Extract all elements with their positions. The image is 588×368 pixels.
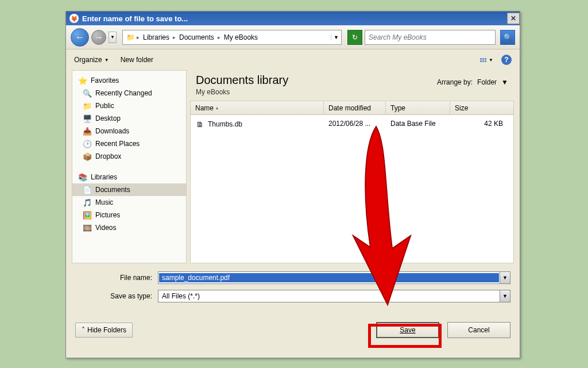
sidebar-item-pictures[interactable]: 🖼️Pictures (72, 209, 186, 221)
column-type[interactable]: Type (386, 101, 450, 114)
help-button[interactable]: ? (501, 55, 512, 65)
breadcrumb-documents[interactable]: Documents (177, 33, 216, 41)
sidebar-favorites-label: Favorites (91, 76, 119, 85)
sidebar-favorites-header[interactable]: ⭐ Favorites (72, 74, 186, 87)
chevron-right-icon: ▸ (218, 34, 220, 40)
chevron-right-icon: ▸ (137, 34, 140, 40)
saveastype-label: Save as type: (75, 292, 158, 300)
breadcrumb-myebooks[interactable]: My eBooks (222, 33, 260, 41)
saveastype-row: Save as type: All Files (*.*) ▼ (75, 290, 510, 302)
sidebar-item-recently-changed[interactable]: 🔍Recently Changed (72, 87, 186, 99)
back-button[interactable]: ← (71, 28, 89, 47)
sidebar-item-desktop[interactable]: 🖥️Desktop (72, 112, 186, 125)
save-button[interactable]: Save (376, 322, 439, 338)
new-folder-label: New folder (121, 56, 153, 64)
search-folder-icon: 🔍 (83, 89, 92, 98)
library-subtitle: My eBooks (196, 88, 288, 96)
chevron-down-icon: ▼ (489, 57, 493, 63)
folder-icon: 📁 (125, 32, 136, 43)
sidebar-item-documents[interactable]: 📄Documents (72, 183, 186, 196)
file-list: Name▴ Date modified Type Size 🗎Thumbs.db… (190, 101, 514, 263)
save-dialog: 🦊 Enter name of file to save to... ✕ ← →… (65, 11, 520, 358)
file-size: 42 KB (450, 118, 508, 130)
title-bar: 🦊 Enter name of file to save to... ✕ (66, 12, 520, 25)
file-name: Thumbs.db (208, 120, 242, 128)
filename-label: File name: (75, 274, 158, 282)
recent-icon: 🕑 (83, 139, 92, 148)
sidebar-item-dropbox[interactable]: 📦Dropbox (72, 150, 186, 163)
sidebar-item-recent-places[interactable]: 🕑Recent Places (72, 137, 186, 150)
column-size[interactable]: Size (450, 101, 508, 114)
column-date[interactable]: Date modified (324, 101, 386, 114)
window-title: Enter name of file to save to... (82, 14, 188, 23)
filename-combo[interactable]: sample_document.pdf ▼ (158, 271, 510, 284)
document-icon: 📄 (83, 185, 92, 194)
search-input[interactable] (369, 33, 492, 41)
downloads-icon: 📥 (83, 126, 92, 136)
desktop-icon: 🖥️ (83, 114, 92, 123)
forward-button[interactable]: → (91, 30, 106, 45)
view-options-button[interactable]: ▼ (480, 57, 493, 63)
nav-history-dropdown[interactable]: ▼ (109, 32, 117, 43)
chevron-down-icon: ▼ (501, 78, 508, 86)
breadcrumb-dropdown[interactable]: ▼ (331, 34, 341, 40)
sidebar-item-videos[interactable]: 🎞️Videos (72, 221, 186, 234)
library-header: Documents library My eBooks Arrange by: … (190, 70, 514, 101)
search-go-button[interactable]: 🔍 (500, 30, 515, 45)
sidebar-libraries-label: Libraries (91, 173, 117, 181)
new-folder-button[interactable]: New folder (121, 56, 153, 64)
firefox-icon: 🦊 (69, 14, 79, 23)
sidebar-item-music[interactable]: 🎵Music (72, 196, 186, 209)
libraries-icon: 📚 (78, 172, 87, 182)
content-area: Documents library My eBooks Arrange by: … (190, 70, 514, 263)
library-title: Documents library (196, 74, 288, 87)
sidebar-libraries-header[interactable]: 📚 Libraries (72, 171, 186, 183)
arrange-label: Arrange by: (437, 78, 473, 86)
organize-button[interactable]: Organize ▼ (74, 56, 109, 64)
arrange-value: Folder (477, 78, 497, 86)
saveastype-value: All Files (*.*) (158, 292, 500, 300)
hide-folders-label: Hide Folders (87, 326, 126, 334)
nav-bar: ← → ▼ 📁 ▸ Libraries ▸ Documents ▸ My eBo… (66, 25, 520, 49)
chevron-right-icon: ▸ (173, 34, 176, 40)
bottom-panel: File name: sample_document.pdf ▼ Save as… (66, 263, 520, 344)
refresh-button[interactable]: ↻ (347, 30, 362, 45)
sort-asc-icon: ▴ (216, 105, 218, 110)
filename-dropdown[interactable]: ▼ (500, 272, 510, 283)
sidebar-item-downloads[interactable]: 📥Downloads (72, 125, 186, 137)
file-type: Data Base File (386, 118, 450, 130)
search-box[interactable] (365, 30, 496, 45)
file-list-header: Name▴ Date modified Type Size (191, 101, 513, 115)
chevron-up-icon: ˄ (82, 326, 85, 334)
breadcrumb-libraries[interactable]: Libraries (141, 33, 172, 41)
dropbox-icon: 📦 (83, 152, 92, 161)
sidebar: ⭐ Favorites 🔍Recently Changed 📁Public 🖥️… (72, 70, 187, 263)
filename-value[interactable]: sample_document.pdf (159, 273, 499, 282)
button-row: ˄ Hide Folders Save Cancel (75, 322, 510, 338)
saveastype-combo[interactable]: All Files (*.*) ▼ (158, 290, 510, 302)
close-button[interactable]: ✕ (507, 13, 520, 24)
cancel-button[interactable]: Cancel (447, 322, 510, 338)
organize-label: Organize (74, 56, 102, 64)
chevron-down-icon: ▼ (105, 57, 109, 63)
toolbar: Organize ▼ New folder ▼ ? (66, 49, 520, 70)
music-icon: 🎵 (83, 198, 92, 207)
folder-icon: 📁 (83, 101, 92, 110)
saveastype-dropdown[interactable]: ▼ (500, 290, 510, 302)
filename-row: File name: sample_document.pdf ▼ (75, 271, 510, 284)
file-date: 2012/06/28 ... (324, 118, 386, 130)
star-icon: ⭐ (78, 76, 87, 85)
hide-folders-button[interactable]: ˄ Hide Folders (75, 323, 133, 338)
db-file-icon: 🗎 (195, 120, 204, 129)
videos-icon: 🎞️ (83, 223, 92, 232)
column-name[interactable]: Name▴ (191, 101, 324, 114)
pictures-icon: 🖼️ (83, 210, 92, 220)
arrange-by[interactable]: Arrange by: Folder ▼ (437, 78, 508, 86)
breadcrumb[interactable]: 📁 ▸ Libraries ▸ Documents ▸ My eBooks ▼ (122, 30, 342, 45)
file-row[interactable]: 🗎Thumbs.db 2012/06/28 ... Data Base File… (191, 115, 513, 133)
sidebar-item-public[interactable]: 📁Public (72, 99, 186, 112)
